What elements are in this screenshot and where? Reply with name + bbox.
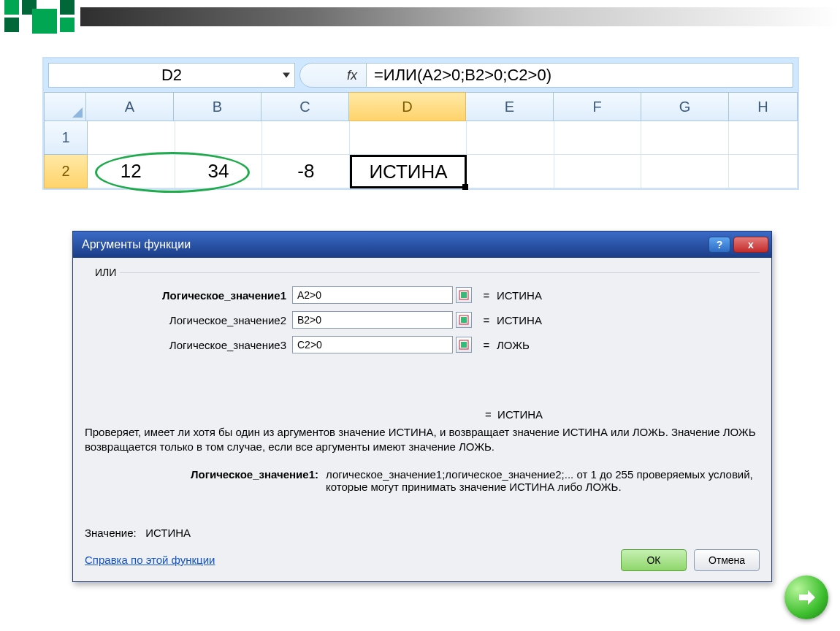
cell-F1[interactable] (554, 121, 642, 155)
argument-list: Логическое_значение1=ИСТИНАЛогическое_зн… (85, 278, 760, 364)
cell-C1[interactable] (262, 121, 350, 155)
column-header-H[interactable]: H (729, 92, 798, 121)
cell-A1[interactable] (88, 121, 175, 155)
cell-F2[interactable] (554, 155, 642, 188)
name-box-value: D2 (161, 66, 182, 85)
cell-E2[interactable] (467, 155, 554, 188)
name-box[interactable]: D2 (48, 63, 295, 88)
next-slide-button[interactable] (784, 575, 828, 619)
cell-H1[interactable] (729, 121, 798, 155)
cell-B2[interactable]: 34 (175, 155, 263, 188)
arrow-right-icon (796, 587, 817, 608)
excel-window: D2 fx =ИЛИ(A2>0;B2>0;C2>0) ABCDEFGH 1 2 … (42, 57, 799, 190)
column-header-A[interactable]: A (86, 92, 174, 121)
help-link[interactable]: Справка по этой функции (85, 554, 215, 566)
slide-decoration (0, 0, 840, 35)
cell-G1[interactable] (641, 121, 729, 155)
svg-rect-3 (461, 317, 467, 323)
arg-result: ИСТИНА (497, 314, 542, 326)
arg-label: Логическое_значение3 (85, 339, 292, 351)
svg-rect-5 (461, 342, 467, 348)
function-group-label: ИЛИ (85, 267, 760, 274)
column-header-C[interactable]: C (261, 92, 349, 121)
dialog-titlebar[interactable]: Аргументы функции ? x (73, 232, 771, 258)
range-select-icon[interactable] (456, 337, 472, 353)
arg-row-2: Логическое_значение2=ИСТИНА (85, 307, 760, 332)
column-headers: ABCDEFGH (44, 92, 798, 121)
column-header-G[interactable]: G (641, 92, 729, 121)
column-header-F[interactable]: F (554, 92, 641, 121)
chevron-down-icon[interactable] (283, 73, 290, 78)
arg-row-1: Логическое_значение1=ИСТИНА (85, 283, 760, 307)
column-header-E[interactable]: E (466, 92, 554, 121)
insert-function-button[interactable]: fx (299, 63, 367, 88)
help-button[interactable]: ? (709, 237, 730, 253)
cell-D1[interactable] (350, 121, 467, 155)
close-button[interactable]: x (733, 237, 768, 253)
cell-B1[interactable] (175, 121, 263, 155)
grid-body: 1 2 1234-8ИСТИНА (44, 121, 798, 188)
arg-desc-text: логическое_значение1;логическое_значение… (326, 468, 760, 493)
arg-result: ИСТИНА (497, 289, 542, 302)
function-description: Проверяет, имеет ли хотя бы один из аргу… (85, 425, 760, 455)
cell-D2[interactable]: ИСТИНА (350, 155, 467, 188)
ok-button[interactable]: ОК (621, 549, 687, 571)
row-1: 1 (44, 121, 798, 155)
arg-input-1[interactable] (292, 286, 453, 304)
arg-input-3[interactable] (292, 336, 453, 353)
formula-input[interactable]: =ИЛИ(A2>0;B2>0;C2>0) (367, 63, 793, 88)
select-all-cell[interactable] (44, 92, 86, 121)
function-name: ИЛИ (92, 267, 119, 278)
row-2: 2 1234-8ИСТИНА (44, 155, 798, 188)
overall-result: = ИСТИНА (85, 408, 760, 421)
column-header-B[interactable]: B (174, 92, 261, 121)
range-select-icon[interactable] (456, 312, 472, 328)
cell-H2[interactable] (729, 155, 798, 188)
cell-G2[interactable] (641, 155, 729, 188)
arg-label: Логическое_значение2 (85, 314, 292, 326)
cancel-button[interactable]: Отмена (694, 549, 760, 571)
row-header-1[interactable]: 1 (44, 121, 88, 155)
cell-C2[interactable]: -8 (262, 155, 350, 188)
fx-label: fx (347, 68, 357, 83)
range-select-icon[interactable] (456, 287, 472, 303)
function-arguments-dialog: Аргументы функции ? x ИЛИ Логическое_зна… (72, 231, 772, 582)
arg-input-2[interactable] (292, 311, 453, 329)
arg-desc-label: Логическое_значение1: (85, 468, 326, 493)
value-line: Значение: ИСТИНА (85, 527, 760, 539)
formula-bar: D2 fx =ИЛИ(A2>0;B2>0;C2>0) (44, 58, 798, 92)
column-header-D[interactable]: D (349, 92, 466, 121)
dialog-title: Аргументы функции (82, 238, 191, 251)
arg-row-3: Логическое_значение3=ЛОЖЬ (85, 332, 760, 357)
cell-E1[interactable] (467, 121, 554, 155)
formula-text: =ИЛИ(A2>0;B2>0;C2>0) (374, 66, 551, 85)
svg-rect-1 (461, 292, 467, 298)
arg-label: Логическое_значение1 (85, 289, 292, 302)
arg-result: ЛОЖЬ (497, 339, 530, 351)
row-header-2[interactable]: 2 (44, 155, 88, 188)
cell-A2[interactable]: 12 (88, 155, 175, 188)
argument-description: Логическое_значение1: логическое_значени… (85, 468, 760, 493)
